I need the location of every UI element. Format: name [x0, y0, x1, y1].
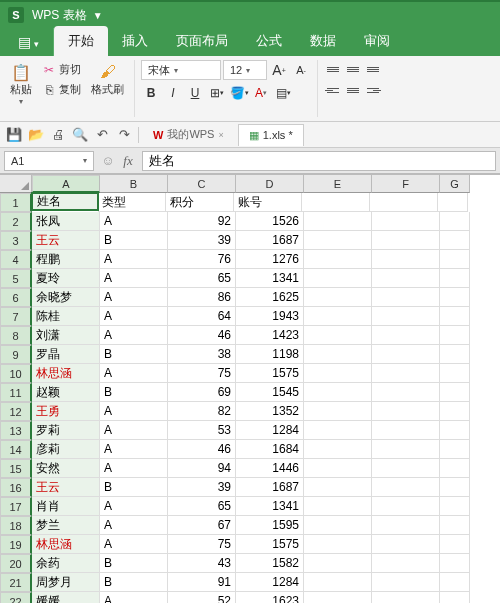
col-header-C[interactable]: C: [168, 175, 236, 193]
increase-font-button[interactable]: A+: [269, 60, 289, 80]
cell[interactable]: 1623: [236, 592, 304, 603]
row-header[interactable]: 18: [0, 516, 32, 535]
cell[interactable]: A: [100, 592, 168, 603]
workbook-tab[interactable]: ▦1.xls *: [238, 124, 304, 146]
cell[interactable]: A: [100, 364, 168, 383]
format-painter-button[interactable]: 🖌 格式刷: [87, 60, 128, 108]
cell[interactable]: 周梦月: [32, 573, 100, 592]
cell[interactable]: [440, 459, 470, 478]
col-header-G[interactable]: G: [440, 175, 470, 193]
cell[interactable]: 1352: [236, 402, 304, 421]
cell[interactable]: [370, 193, 438, 212]
border-button[interactable]: ⊞▾: [207, 83, 227, 103]
cut-button[interactable]: ✂剪切: [38, 60, 85, 79]
cell[interactable]: B: [100, 573, 168, 592]
italic-button[interactable]: I: [163, 83, 183, 103]
cell[interactable]: 1575: [236, 535, 304, 554]
cell[interactable]: 1446: [236, 459, 304, 478]
cell[interactable]: 1595: [236, 516, 304, 535]
cell[interactable]: [372, 421, 440, 440]
cell[interactable]: 张凤: [32, 212, 100, 231]
cell[interactable]: [304, 383, 372, 402]
cell[interactable]: [372, 364, 440, 383]
cell[interactable]: 1687: [236, 231, 304, 250]
cell[interactable]: 1625: [236, 288, 304, 307]
tab-data[interactable]: 数据: [296, 26, 350, 56]
tab-formula[interactable]: 公式: [242, 26, 296, 56]
cell[interactable]: 75: [168, 535, 236, 554]
formula-input[interactable]: 姓名: [142, 151, 496, 171]
align-left-button[interactable]: [324, 81, 342, 99]
cell[interactable]: 1545: [236, 383, 304, 402]
cell[interactable]: [440, 478, 470, 497]
print-preview-icon[interactable]: 🔍: [72, 127, 88, 143]
row-header[interactable]: 16: [0, 478, 32, 497]
cell[interactable]: 王云: [32, 231, 100, 250]
fill-color-button[interactable]: 🪣▾: [229, 83, 249, 103]
row-header[interactable]: 14: [0, 440, 32, 459]
cell[interactable]: 王勇: [32, 402, 100, 421]
cell[interactable]: 52: [168, 592, 236, 603]
cell[interactable]: 罗晶: [32, 345, 100, 364]
col-header-D[interactable]: D: [236, 175, 304, 193]
cell[interactable]: [372, 478, 440, 497]
font-color-button[interactable]: A▾: [251, 83, 271, 103]
cell[interactable]: [372, 212, 440, 231]
cell[interactable]: [372, 269, 440, 288]
cell[interactable]: [440, 516, 470, 535]
cell[interactable]: A: [100, 212, 168, 231]
cell[interactable]: 38: [168, 345, 236, 364]
cell[interactable]: [440, 212, 470, 231]
cell[interactable]: 1687: [236, 478, 304, 497]
col-header-F[interactable]: F: [372, 175, 440, 193]
cell[interactable]: 林思涵: [32, 364, 100, 383]
cell[interactable]: [372, 554, 440, 573]
cell[interactable]: [304, 592, 372, 603]
tab-file[interactable]: ▤▾: [4, 28, 54, 56]
cell[interactable]: [372, 573, 440, 592]
cell[interactable]: 夏玲: [32, 269, 100, 288]
cell[interactable]: [304, 554, 372, 573]
cell[interactable]: 67: [168, 516, 236, 535]
cell[interactable]: 1943: [236, 307, 304, 326]
cell[interactable]: [372, 383, 440, 402]
cell[interactable]: 65: [168, 497, 236, 516]
cell[interactable]: [440, 554, 470, 573]
cell[interactable]: A: [100, 326, 168, 345]
cell[interactable]: [372, 459, 440, 478]
cell[interactable]: 姓名: [31, 192, 99, 211]
cell[interactable]: [440, 535, 470, 554]
cell[interactable]: 罗莉: [32, 421, 100, 440]
row-header[interactable]: 11: [0, 383, 32, 402]
row-header[interactable]: 12: [0, 402, 32, 421]
tab-home[interactable]: 开始: [54, 26, 108, 56]
cell[interactable]: A: [100, 269, 168, 288]
cell[interactable]: 46: [168, 326, 236, 345]
cell[interactable]: 安然: [32, 459, 100, 478]
cell[interactable]: 林思涵: [32, 535, 100, 554]
cell[interactable]: [302, 193, 370, 212]
cell[interactable]: A: [100, 421, 168, 440]
cell[interactable]: [304, 440, 372, 459]
row-header[interactable]: 5: [0, 269, 32, 288]
underline-button[interactable]: U: [185, 83, 205, 103]
cell[interactable]: 91: [168, 573, 236, 592]
cell[interactable]: B: [100, 383, 168, 402]
paste-button[interactable]: 📋 粘贴 ▾: [6, 60, 36, 108]
tab-layout[interactable]: 页面布局: [162, 26, 242, 56]
cell[interactable]: 王云: [32, 478, 100, 497]
cell[interactable]: 76: [168, 250, 236, 269]
cell[interactable]: [440, 250, 470, 269]
redo-icon[interactable]: ↷: [116, 127, 132, 143]
cell[interactable]: [372, 592, 440, 603]
cell[interactable]: [304, 478, 372, 497]
cell[interactable]: [304, 231, 372, 250]
cell[interactable]: 余晓梦: [32, 288, 100, 307]
cell[interactable]: [304, 497, 372, 516]
cell[interactable]: [372, 516, 440, 535]
font-name-select[interactable]: 宋体▾: [141, 60, 221, 80]
row-header[interactable]: 19: [0, 535, 32, 554]
row-header[interactable]: 1: [0, 193, 32, 212]
cancel-formula-icon[interactable]: ☺: [98, 151, 118, 171]
row-header[interactable]: 9: [0, 345, 32, 364]
